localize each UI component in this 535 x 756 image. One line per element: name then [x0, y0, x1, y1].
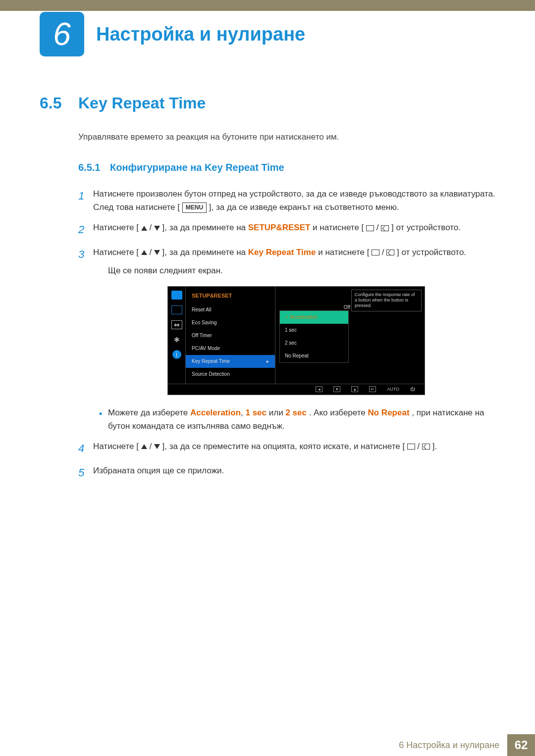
chapter-title: Настройка и нулиране — [96, 24, 305, 45]
step-4: 4 Натиснете [ / ], за да се преместите н… — [78, 440, 495, 457]
key-repeat-label: Key Repeat Time — [248, 248, 316, 257]
step-1: 1 Натиснете произволен бутон отпред на у… — [78, 187, 495, 214]
nav-left-icon: ◂ — [316, 386, 322, 392]
footer-text: 6 Настройка и нулиране — [399, 734, 507, 756]
nav-up-icon: ▴ — [351, 386, 358, 392]
osd-item-pcav: PC/AV Mode — [186, 342, 275, 355]
osd-figure: ⇔ ✱ i SETUP&RESET Reset All Eco Saving O… — [167, 286, 495, 395]
text: Можете да изберете — [108, 408, 190, 417]
page-footer: 6 Настройка и нулиране 62 — [0, 734, 535, 756]
up-arrow-icon — [141, 250, 147, 255]
top-bar — [0, 0, 535, 11]
osd-option-2sec: 2 sec — [280, 337, 348, 350]
osd-panel: ⇔ ✱ i SETUP&RESET Reset All Eco Saving O… — [167, 286, 425, 395]
section-intro: Управлявате времето за реакция на бутони… — [78, 132, 495, 142]
osd-popup: ✓ Acceleration 1 sec 2 sec No Repeat — [279, 310, 349, 363]
osd-header: SETUP&RESET — [186, 290, 275, 303]
accel-label: Acceleration — [190, 408, 241, 417]
bullet-icon: ● — [93, 406, 108, 433]
text: ]. — [432, 442, 437, 451]
section-heading: 6.5 Key Repeat Time — [40, 94, 495, 112]
osd-sidebar: ⇔ ✱ i — [168, 287, 186, 384]
auto-label: AUTO — [387, 386, 399, 393]
bullet-note: ● Можете да изберете Acceleration, 1 sec… — [93, 406, 495, 433]
subsection-number: 6.5.1 — [78, 162, 100, 173]
enter-icon — [422, 444, 430, 450]
osd-right-pane: Off Configure the response rate of a but… — [275, 287, 425, 384]
steps-list: 1 Натиснете произволен бутон отпред на у… — [78, 187, 495, 481]
down-arrow-icon — [154, 226, 160, 231]
select-icon — [407, 444, 415, 450]
step-text: Натиснете [ / ], за да преминете на SETU… — [93, 221, 495, 238]
step-text: Натиснете [ / ], за да преминете на Key … — [93, 246, 495, 433]
enter-icon — [386, 250, 394, 255]
step-text: Избраната опция ще се приложи. — [93, 464, 495, 481]
osd-menu: SETUP&RESET Reset All Eco Saving Off Tim… — [186, 287, 275, 384]
down-arrow-icon — [154, 250, 160, 255]
text: и натиснете [ — [313, 223, 364, 232]
osd-option-acceleration: ✓ Acceleration — [280, 311, 348, 324]
step-number: 3 — [78, 246, 93, 433]
osd-eco-value: Off — [344, 303, 350, 311]
subsection-title: Конфигуриране на Key Repeat Time — [110, 162, 284, 173]
text: ], за да преминете на — [162, 248, 248, 257]
footer-page-number: 62 — [507, 734, 535, 756]
nav-enter-icon: ↵ — [369, 386, 376, 392]
text: и натиснете [ — [318, 248, 369, 257]
section-title: Key Repeat Time — [78, 94, 206, 112]
bullet-text: Можете да изберете Acceleration, 1 sec и… — [108, 406, 495, 433]
chapter-header: 6 Настройка и нулиране — [40, 12, 305, 56]
subsection-heading: 6.5.1 Конфигуриране на Key Repeat Time — [78, 162, 495, 173]
osd-item-eco: Eco Saving — [186, 316, 275, 329]
step-2: 2 Натиснете [ / ], за да преминете на SE… — [78, 221, 495, 238]
size-icon: ⇔ — [171, 320, 182, 329]
picture-icon — [171, 291, 182, 300]
setup-reset-label: SETUP&RESET — [248, 223, 311, 232]
select-icon — [372, 250, 379, 255]
osd-item-offtimer: Off Timer — [186, 329, 275, 342]
osd-option-norepeat: No Repeat — [280, 350, 348, 362]
step-text: Натиснете произволен бутон отпред на уст… — [93, 187, 495, 214]
text: Натиснете [ — [93, 442, 139, 451]
chapter-number-badge: 6 — [40, 12, 84, 56]
section-number: 6.5 — [40, 94, 78, 112]
text: ] от устройството. — [391, 223, 461, 232]
select-icon — [366, 225, 374, 231]
step-text: Натиснете [ / ], за да се преместите на … — [93, 440, 495, 457]
up-arrow-icon — [141, 226, 147, 231]
step-number: 5 — [78, 464, 93, 481]
step-5: 5 Избраната опция ще се приложи. — [78, 464, 495, 481]
text: ], за да се преместите на опцията, която… — [162, 442, 405, 451]
osd-item-keyrepeat: Key Repeat Time▸ — [186, 355, 275, 368]
osd-tooltip: Configure the response rate of a button … — [351, 290, 422, 311]
down-arrow-icon — [154, 444, 160, 449]
text: Натиснете [ — [93, 248, 139, 257]
content-area: 6.5 Key Repeat Time Управлявате времето … — [40, 94, 495, 488]
step-note: Ще се появи следният екран. — [108, 264, 495, 277]
osd-item-reset: Reset All — [186, 303, 275, 316]
step-number: 2 — [78, 221, 93, 238]
osd-item-source: Source Detection — [186, 368, 275, 381]
menu-button-label: MENU — [182, 202, 207, 213]
text: Acceleration — [290, 314, 317, 320]
step-number: 1 — [78, 187, 93, 214]
up-arrow-icon — [141, 444, 147, 449]
check-icon: ✓ — [285, 314, 289, 320]
no-repeat-label: No Repeat — [368, 408, 409, 417]
two-sec-label: 2 sec — [285, 408, 307, 417]
step-number: 4 — [78, 440, 93, 457]
list-icon — [171, 305, 182, 314]
text: ], за да се изведе екранът на съответнот… — [209, 202, 399, 212]
step-3: 3 Натиснете [ / ], за да преминете на Ke… — [78, 246, 495, 433]
osd-option-1sec: 1 sec — [280, 324, 348, 337]
nav-down-icon: ▾ — [333, 386, 340, 392]
enter-icon — [381, 225, 389, 231]
text: ] от устройството. — [397, 248, 466, 257]
text: ], за да преминете на — [162, 223, 248, 232]
info-icon: i — [172, 350, 181, 359]
power-icon: ⏻ — [410, 386, 415, 393]
text: Натиснете [ — [93, 223, 139, 232]
osd-footer: ◂ ▾ ▴ ↵ AUTO ⏻ — [168, 384, 425, 395]
text: или — [269, 408, 286, 417]
gear-icon: ✱ — [171, 335, 182, 344]
